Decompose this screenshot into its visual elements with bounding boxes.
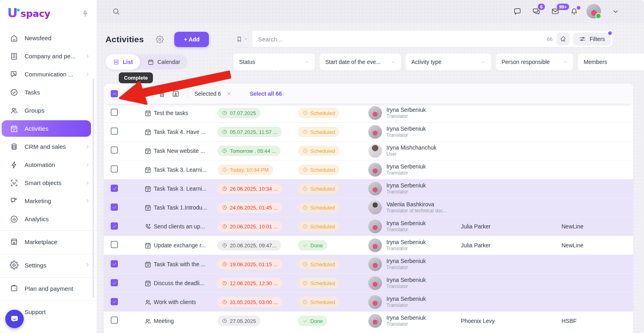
activity-title[interactable]: Task Task 4. Have ...: [154, 129, 217, 135]
profile-chevron-down-icon[interactable]: [611, 7, 620, 16]
person-name: Iryna Serbeniuk: [386, 296, 426, 303]
table-row[interactable]: Task Task with the ...19.06.2025, 01:15 …: [104, 255, 633, 273]
communication-icon: [10, 70, 19, 79]
row-checkbox[interactable]: [111, 109, 118, 116]
sidebar-item-analytics[interactable]: Analytics: [0, 210, 97, 228]
table-row[interactable]: Task Task 4. Have ...05.07.2025, 11:57 .…: [104, 122, 633, 141]
table-row[interactable]: Test the tasks07.07.2025ScheduledIryna S…: [104, 104, 633, 122]
activity-title[interactable]: Task Task 1.Introdu...: [154, 204, 217, 211]
chats-icon[interactable]: 6: [532, 7, 541, 16]
avatar: [368, 238, 382, 252]
search-input[interactable]: [252, 36, 547, 43]
activity-title[interactable]: Work with clients: [154, 299, 217, 305]
sidebar-item-plan-and-payment[interactable]: Plan and payment: [0, 277, 97, 298]
row-checkbox[interactable]: [111, 241, 118, 248]
clear-search-eraser-button[interactable]: [557, 33, 570, 45]
sidebar-item-label: Automation: [25, 161, 55, 168]
activity-title[interactable]: Task Task 3. Learni...: [154, 185, 217, 192]
saved-filters-button[interactable]: [231, 31, 252, 47]
activity-title[interactable]: Test the tasks: [154, 110, 217, 116]
home-icon: [10, 34, 19, 43]
table-row[interactable]: Task Task 1.Introdu...24.06.2025, 01:45 …: [104, 198, 633, 217]
sidebar-item-crm-and-sales[interactable]: CRM and sales: [0, 138, 97, 156]
user-avatar[interactable]: [586, 4, 601, 18]
chevron-down-icon: [562, 59, 568, 65]
table-row[interactable]: Discuss the deadli...12.06.2025, 12:30 .…: [104, 273, 633, 292]
mail-badge: 99+: [557, 4, 569, 10]
comment-icon[interactable]: [513, 7, 522, 16]
person-role: User: [386, 151, 437, 157]
sidebar-item-label: Marketing: [25, 197, 51, 204]
tab-list[interactable]: List: [105, 54, 140, 70]
sidebar-item-marketplace[interactable]: Marketplace: [0, 230, 97, 251]
sidebar-item-activities[interactable]: Activities: [2, 120, 91, 137]
row-checkbox[interactable]: [111, 317, 118, 324]
row-checkbox[interactable]: [111, 165, 118, 173]
sidebar-item-groups[interactable]: Groups: [0, 101, 97, 119]
person-name: Iryna Mishchanchuk: [386, 144, 437, 152]
sidebar-menu: NewsfeedCompany and pe...Communication .…: [0, 25, 97, 321]
table-row[interactable]: Send clients an up...20.06.2025, 10:01 .…: [104, 217, 633, 236]
status-badge: Done: [298, 240, 327, 251]
sidebar-item-company-and-pe[interactable]: Company and pe...: [0, 47, 97, 65]
table-row[interactable]: Update exchange r...20.06.2025, 09:47...…: [104, 236, 633, 255]
row-checkbox[interactable]: [111, 222, 118, 230]
row-checkbox[interactable]: [111, 298, 118, 305]
table-row[interactable]: Task Task 3. Learni...26.06.2025, 10:34 …: [104, 179, 633, 198]
company-name: NewLine: [561, 242, 633, 249]
row-checkbox[interactable]: [111, 127, 118, 135]
sidebar-scrollbar[interactable]: [93, 78, 94, 298]
sidebar-item-label: Analytics: [25, 216, 49, 222]
avatar: [368, 276, 382, 290]
filter-dropdown-person-responsible[interactable]: Person responsible: [496, 53, 573, 70]
filter-dropdown-status[interactable]: Status: [233, 53, 315, 70]
sidebar-item-settings[interactable]: Settings: [0, 254, 97, 275]
add-button[interactable]: + Add: [174, 32, 209, 47]
uspacy-logo: U spacy: [7, 6, 56, 22]
search-icon[interactable]: [112, 7, 120, 16]
activity-title[interactable]: Task New website ...: [154, 148, 217, 154]
edit-pencil-button[interactable]: [141, 87, 155, 101]
activity-title[interactable]: Discuss the deadli...: [154, 280, 217, 286]
mail-icon[interactable]: 99+: [551, 7, 559, 16]
row-checkbox[interactable]: [111, 279, 118, 286]
filters-button[interactable]: Filters: [573, 33, 611, 45]
select-all-checkbox[interactable]: [111, 90, 118, 97]
delete-trash-button[interactable]: [155, 87, 169, 101]
filter-dropdown-activity-type[interactable]: Activity type: [406, 53, 491, 70]
avatar: [368, 201, 382, 214]
selected-count: Selected 6: [194, 90, 221, 97]
table-row[interactable]: Meeting27.05.2025DoneIryna SerbeniukTran…: [104, 311, 633, 330]
activity-title[interactable]: Meeting: [154, 318, 217, 324]
export-button[interactable]: [169, 87, 182, 101]
select-all-link[interactable]: Select all 66: [250, 90, 282, 97]
sidebar-item-tasks[interactable]: Tasks: [0, 83, 97, 101]
support-chat-fab[interactable]: [5, 310, 24, 328]
row-checkbox[interactable]: [111, 185, 118, 192]
sidebar-item-newsfeed[interactable]: Newsfeed: [0, 29, 97, 47]
marketplace-icon: [10, 237, 19, 246]
clear-selection-icon[interactable]: [226, 91, 232, 97]
table-row[interactable]: Task New website ...Tomorrow , 05:44 ...…: [104, 141, 633, 160]
table-row[interactable]: Task Task 3. Learni...Today, 10:34 PMSch…: [104, 160, 633, 179]
activity-title[interactable]: Send clients an up...: [154, 223, 217, 230]
list-view-icon: [113, 59, 120, 66]
filter-dropdown-members[interactable]: Members: [578, 53, 644, 70]
tab-calendar[interactable]: Calendar: [140, 54, 188, 70]
table-row[interactable]: Work with clients31.05.2025, 03:00 ...Sc…: [104, 292, 633, 311]
sidebar-item-communication[interactable]: Communication ...: [0, 65, 97, 83]
activities-settings-gear-icon[interactable]: [156, 35, 164, 43]
filter-dropdown-start-date-of-the-eve[interactable]: Start date of the eve...: [320, 53, 401, 70]
activity-title[interactable]: Task Task with the ...: [154, 261, 217, 267]
sidebar-item-smart-objects[interactable]: Smart objects: [0, 174, 97, 192]
activity-title[interactable]: Update exchange r...: [154, 242, 217, 249]
activity-title[interactable]: Task Task 3. Learni...: [154, 166, 217, 173]
notifications-bell-icon[interactable]: [570, 7, 578, 16]
row-checkbox[interactable]: [111, 204, 118, 211]
sidebar-item-automation[interactable]: Automation: [0, 156, 97, 174]
pin-sidebar-icon[interactable]: [81, 10, 89, 18]
sidebar-item-marketing[interactable]: Marketing: [0, 192, 97, 210]
row-checkbox[interactable]: [111, 146, 118, 154]
row-checkbox[interactable]: [111, 260, 118, 267]
complete-flag-button[interactable]: [128, 87, 141, 101]
